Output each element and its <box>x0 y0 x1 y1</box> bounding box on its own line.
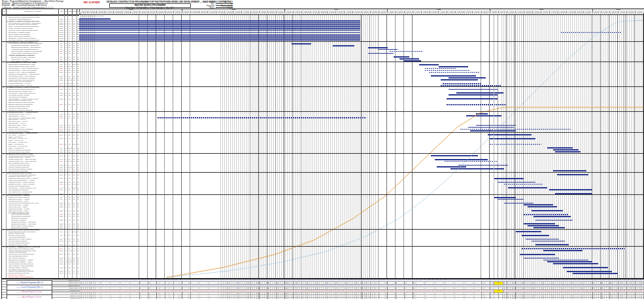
table-column-line <box>64 14 65 278</box>
legend-line-symbol: ——— <box>16 282 21 284</box>
cell-value: 02-Jun-25 <box>67 210 72 212</box>
section-divider <box>1 111 643 112</box>
cell-value: 27-Oct-25 <box>72 219 76 221</box>
cell-value: 02-Mar-26 <box>72 267 76 269</box>
legend-item: ——— Actual Progress S-Curve <box>7 294 52 299</box>
cell-value: 26-Jan-26 <box>72 263 76 265</box>
cell-value: 182d <box>58 71 64 73</box>
section-divider <box>1 132 643 133</box>
cell-value: 22-Dec-25 <box>72 174 76 176</box>
cell-value: 133d <box>58 79 64 81</box>
cell-value: 161d <box>58 272 64 274</box>
cell-value: 02-Jun-25 <box>67 240 72 242</box>
cell-value: 189d <box>58 160 64 162</box>
progress-row-line <box>2 287 644 287</box>
cell-value: 02-Dec-24 <box>72 71 76 73</box>
cell-value: 133d <box>58 219 64 221</box>
legend-line-symbol: ——— <box>18 296 23 298</box>
cell-value: 03-Feb-25 <box>72 98 76 100</box>
cell-value: 05-Jan-26 <box>72 189 76 191</box>
cell-value: 161d <box>58 267 64 269</box>
revision-stamp: REV. 02 UPDATE <box>84 2 100 4</box>
cell-value: 140d <box>58 183 64 185</box>
cell-value: 20-Jan-25 <box>67 177 72 179</box>
legend-label: Baseline Programme (Rev. 0) <box>21 282 43 284</box>
cell-value: 25-Nov-24 <box>72 155 76 157</box>
actual-s-curve <box>167 20 643 277</box>
table-column-line <box>76 14 77 278</box>
gantt-chart: Contract Commencement 04-Jan-21Completio… <box>79 14 644 278</box>
cell-value: 03-Jun-24 <box>67 71 72 73</box>
cell-value: 22-Sep-25 <box>67 267 72 269</box>
cell-value: 01-Sep-25 <box>67 174 72 176</box>
cell-value: 04-Aug-25 <box>72 234 76 236</box>
cell-value: 14-Jul-25 <box>67 250 72 252</box>
planned-s-curve <box>167 107 643 277</box>
cell-value: 05-Aug-24 <box>67 98 72 100</box>
s-curve-layer <box>79 14 643 278</box>
cell-value: 03-Feb-25 <box>67 198 72 200</box>
cell-value: 20-Oct-25 <box>72 215 76 217</box>
cell-value: 12-Aug-24 <box>67 88 72 90</box>
cell-value: 91d <box>58 231 64 233</box>
cell-value: 25-Nov-24 <box>72 79 76 81</box>
section-divider <box>1 86 643 87</box>
cell-value: 28-Apr-25 <box>67 234 72 236</box>
cell-value: 07-Apr-25 <box>67 231 72 233</box>
cell-value: 05-May-25 <box>72 177 76 179</box>
cell-value: 03-Feb-25 <box>72 160 76 162</box>
cell-value: 182d <box>58 98 64 100</box>
cell-value: 10-Jun-24 <box>67 155 72 157</box>
cell-value: 19-May-25 <box>67 206 72 208</box>
cell-value: 154d <box>58 134 64 136</box>
progress-row-line <box>2 292 644 292</box>
progress-grid: Planned Period %0.02 0.02 0.02 0.02 0.02… <box>1 278 644 299</box>
cell-value: 12-Aug-24 <box>67 94 72 96</box>
cell-value: 91d <box>58 52 64 54</box>
legend-line-symbol: ——— <box>17 291 22 293</box>
cell-value: 29-Sep-25 <box>72 240 76 242</box>
cell-value: 21-Apr-25 <box>67 253 72 255</box>
legend-label: Current Programme (Rev. 2) <box>22 287 43 289</box>
cell-value: 112d <box>58 210 64 212</box>
table-column-line <box>6 14 7 278</box>
cell-value: 01-Dec-25 <box>72 250 76 252</box>
cell-value: 168d <box>58 155 64 157</box>
cell-value: 119d <box>58 240 64 242</box>
cell-value: 05-Aug-24 <box>67 103 72 105</box>
legend-line-symbol: ——— <box>16 287 22 289</box>
cell-value: 105d <box>58 177 64 179</box>
cell-value: 126d <box>58 253 64 255</box>
cell-value: 182d <box>58 143 64 145</box>
cell-value: 27-Oct-25 <box>67 272 72 274</box>
highlight-cell: 81.6 <box>494 281 503 285</box>
cell-value: 03-Mar-25 <box>72 103 76 105</box>
table-column-line <box>67 14 68 278</box>
cell-value: 07-Jul-25 <box>72 231 76 233</box>
legend-label: Actual Progress S-Curve <box>23 296 42 298</box>
cell-value: 16-Jun-25 <box>72 137 76 139</box>
cell-value: 210d <box>58 103 64 105</box>
progress-row-line <box>2 297 644 298</box>
table-column-line <box>58 14 59 278</box>
cell-value: 30-Oct-23 <box>67 52 72 54</box>
cell-value: 01-Sep-25 <box>72 206 76 208</box>
activity-table: 1.0 KEY DATES & CONTRACT MILESTONES1Noti… <box>1 14 80 278</box>
legend: ——— Baseline Programme (Rev. 0)——— Curre… <box>7 280 51 299</box>
highlight-cell: 78.3 <box>494 289 503 293</box>
project-info-block: Project : Proposed Mixed-Use Development… <box>2 1 63 9</box>
cell-value: 161d <box>58 137 64 139</box>
cell-value: 04-Aug-25 <box>67 189 72 191</box>
progress-row-line <box>2 281 644 282</box>
section-divider <box>1 194 643 195</box>
cell-value: 14-Jul-25 <box>72 183 76 185</box>
section-divider <box>1 172 643 173</box>
section-divider <box>1 14 643 15</box>
progress-row-line <box>2 289 644 290</box>
cell-value: 07-Jul-25 <box>72 143 76 145</box>
cell-value: 23-Oct-23 <box>72 117 76 119</box>
cell-value: 05-May-25 <box>72 198 76 200</box>
cell-value: 03-Feb-25 <box>72 94 76 96</box>
cell-value: 140d <box>58 250 64 252</box>
programme-sheet: Project : Proposed Mixed-Use Development… <box>0 0 644 299</box>
